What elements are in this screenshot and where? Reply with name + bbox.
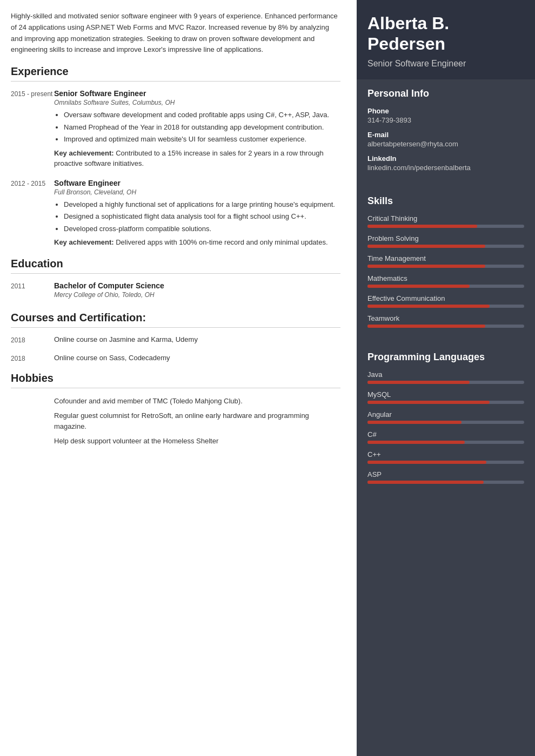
hobbies-section: Hobbies Cofounder and avid member of TMC… <box>11 372 340 451</box>
key-achievement-text-1: Key achievement: Contributed to a 15% in… <box>54 149 324 168</box>
skill-bar-container <box>367 401 524 404</box>
experience-entry-1: 2015 - present Senior Software Engineer … <box>11 89 340 169</box>
skill-bar-fill <box>367 285 470 288</box>
skill-bar-container <box>367 325 524 328</box>
course-description-2: Online course on Sass, Codecademy <box>54 354 340 362</box>
skill-bar-container <box>367 225 524 228</box>
skill-bar-container <box>367 265 524 268</box>
experience-bullets-2: Developed a highly functional set of app… <box>54 199 340 234</box>
skill-bar-fill <box>367 325 485 328</box>
skill-bar-container <box>367 461 524 464</box>
courses-title: Courses and Certification: <box>11 312 340 328</box>
phone-value: 314-739-3893 <box>367 116 524 124</box>
bullet-item: Named Prophead of the Year in 2018 for o… <box>64 122 340 133</box>
key-achievement-1: Key achievement: Contributed to a 15% in… <box>54 148 340 169</box>
skill-item: Critical Thinking <box>367 214 524 228</box>
skill-bar-container <box>367 441 524 444</box>
skill-item: Java <box>367 370 524 384</box>
experience-content-2: Software Engineer Full Bronson, Clevelan… <box>54 179 340 248</box>
education-degree-1: Bachelor of Computer Science <box>54 281 340 290</box>
skill-item: ASP <box>367 470 524 484</box>
education-section: Education 2011 Bachelor of Computer Scie… <box>11 258 340 302</box>
skill-bar-fill <box>367 481 484 484</box>
education-content-1: Bachelor of Computer Science Mercy Colle… <box>54 281 340 302</box>
right-panel: Alberta B. Pedersen Senior Software Engi… <box>357 0 535 756</box>
skill-item: Mathematics <box>367 274 524 288</box>
skill-item: C++ <box>367 450 524 464</box>
prog-container: JavaMySQLAngularC#C++ASP <box>367 370 524 484</box>
hobbies-date <box>11 396 54 451</box>
experience-company-1: Omnilabs Software Suites, Columbus, OH <box>54 99 340 106</box>
experience-section: Experience 2015 - present Senior Softwar… <box>11 65 340 248</box>
linkedin-label: LinkedIn <box>367 154 524 163</box>
skill-bar-container <box>367 305 524 308</box>
skill-bar-fill <box>367 245 485 248</box>
skill-bar-fill <box>367 421 462 424</box>
skill-bar-fill <box>367 381 470 384</box>
skill-bar-fill <box>367 401 490 404</box>
education-entry-1: 2011 Bachelor of Computer Science Mercy … <box>11 281 340 302</box>
bullet-item: Improved and optimized main website's UI… <box>64 134 340 145</box>
skill-item: C# <box>367 430 524 444</box>
bullet-item: Developed cross-platform compatible solu… <box>64 224 340 234</box>
hobbies-entry: Cofounder and avid member of TMC (Toledo… <box>11 396 340 451</box>
experience-entry-2: 2012 - 2015 Software Engineer Full Brons… <box>11 179 340 248</box>
phone-label: Phone <box>367 107 524 115</box>
hobbies-content: Cofounder and avid member of TMC (Toledo… <box>54 396 340 451</box>
hobby-2: Regular guest columnist for RetroSoft, a… <box>54 410 340 431</box>
skill-bar-container <box>367 421 524 424</box>
email-label: E-mail <box>367 131 524 139</box>
left-panel: Highly-skilled and motivated senior soft… <box>0 0 357 756</box>
email-item: E-mail albertabpetersen@rhyta.com <box>367 131 524 148</box>
course-content-1: Online course on Jasmine and Karma, Udem… <box>54 335 340 344</box>
experience-title: Experience <box>11 65 340 82</box>
summary: Highly-skilled and motivated senior soft… <box>11 11 340 56</box>
skill-item: Effective Communication <box>367 294 524 308</box>
skill-item: Problem Solving <box>367 234 524 248</box>
personal-info-section: Personal Info Phone 314-739-3893 E-mail … <box>357 79 535 187</box>
course-date-1: 2018 <box>11 335 54 344</box>
skill-item: Teamwork <box>367 314 524 328</box>
skill-item: MySQL <box>367 390 524 404</box>
personal-info-title: Personal Info <box>367 88 524 99</box>
bullet-item: Oversaw software development and coded p… <box>64 110 340 120</box>
hobby-1: Cofounder and avid member of TMC (Toledo… <box>54 396 340 407</box>
linkedin-item: LinkedIn linkedin.com/in/pedersenbalbert… <box>367 154 524 172</box>
skill-name: C# <box>367 430 524 438</box>
experience-job-title-2: Software Engineer <box>54 179 340 187</box>
skill-item: Angular <box>367 410 524 424</box>
skill-name: Java <box>367 370 524 379</box>
bullet-item: Designed a sophisticated flight data ana… <box>64 211 340 222</box>
candidate-title: Senior Software Engineer <box>367 59 524 69</box>
skill-bar-fill <box>367 461 486 464</box>
skill-item: Time Management <box>367 254 524 268</box>
skill-name: Time Management <box>367 254 524 262</box>
prog-lang-section: Programming Languages JavaMySQLAngularC#… <box>357 343 535 499</box>
key-achievement-2: Key achievement: Delivered apps with 100… <box>54 237 340 248</box>
skill-bar-fill <box>367 265 485 268</box>
skill-name: Effective Communication <box>367 294 524 302</box>
education-institution-1: Mercy College of Ohio, Toledo, OH <box>54 291 340 299</box>
course-entry-1: 2018 Online course on Jasmine and Karma,… <box>11 335 340 344</box>
skill-bar-fill <box>367 305 490 308</box>
skill-name: Teamwork <box>367 314 524 322</box>
skill-name: MySQL <box>367 390 524 399</box>
skill-bar-container <box>367 285 524 288</box>
hobby-3: Help desk support volunteer at the Homel… <box>54 436 340 447</box>
skills-container: Critical ThinkingProblem SolvingTime Man… <box>367 214 524 328</box>
experience-date-2: 2012 - 2015 <box>11 179 54 248</box>
skill-name: Angular <box>367 410 524 418</box>
skill-bar-container <box>367 481 524 484</box>
skills-title: Skills <box>367 195 524 207</box>
skill-name: C++ <box>367 450 524 458</box>
courses-section: Courses and Certification: 2018 Online c… <box>11 312 340 362</box>
experience-job-title-1: Senior Software Engineer <box>54 89 340 98</box>
prog-lang-title: Programming Languages <box>367 352 524 363</box>
education-date-1: 2011 <box>11 281 54 302</box>
key-achievement-text-2: Key achievement: Delivered apps with 100… <box>54 238 328 246</box>
experience-company-2: Full Bronson, Cleveland, OH <box>54 188 340 196</box>
skill-name: ASP <box>367 470 524 478</box>
course-description-1: Online course on Jasmine and Karma, Udem… <box>54 335 340 343</box>
phone-item: Phone 314-739-3893 <box>367 107 524 124</box>
email-value: albertabpetersen@rhyta.com <box>367 140 524 148</box>
